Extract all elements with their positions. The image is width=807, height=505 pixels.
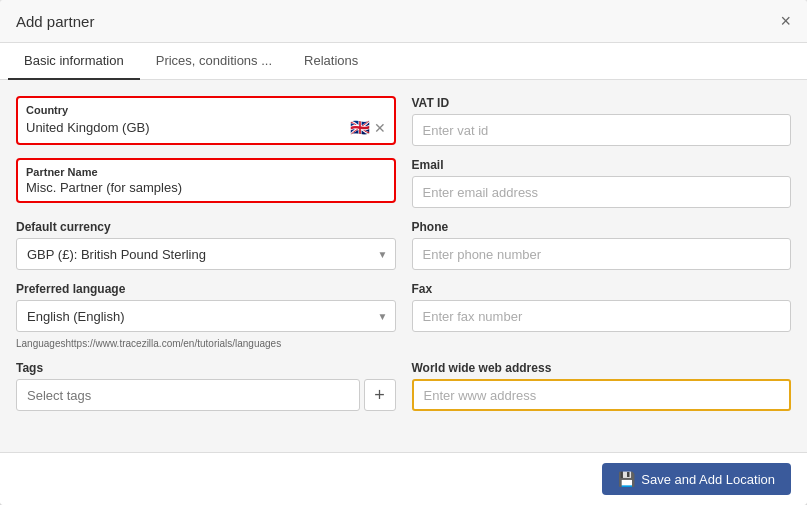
close-button[interactable]: × [780, 12, 791, 30]
currency-select-wrap: GBP (£): British Pound Sterling USD ($):… [16, 238, 396, 270]
www-field-group: World wide web address [412, 361, 792, 411]
country-value[interactable]: United Kingdom (GB) [26, 120, 346, 135]
uk-flag-icon: 🇬🇧 [350, 118, 370, 137]
tab-relations[interactable]: Relations [288, 43, 374, 80]
tags-input[interactable] [16, 379, 360, 411]
modal-title: Add partner [16, 13, 94, 30]
country-clear-icon[interactable]: ✕ [374, 120, 386, 136]
save-and-add-location-button[interactable]: 💾 Save and Add Location [602, 463, 791, 495]
country-input-wrap: United Kingdom (GB) 🇬🇧 ✕ [26, 118, 386, 137]
email-field-group: Email [412, 158, 792, 208]
add-partner-modal: Add partner × Basic information Prices, … [0, 0, 807, 505]
country-field-group: Country United Kingdom (GB) 🇬🇧 ✕ [16, 96, 396, 146]
partner-name-label: Partner Name [26, 166, 386, 178]
tab-basic-information[interactable]: Basic information [8, 43, 140, 80]
tab-prices-conditions[interactable]: Prices, conditions ... [140, 43, 288, 80]
vat-id-field-group: VAT ID [412, 96, 792, 146]
country-bordered-wrapper: Country United Kingdom (GB) 🇬🇧 ✕ [16, 96, 396, 145]
phone-label: Phone [412, 220, 792, 234]
www-input[interactable] [412, 379, 792, 411]
modal-header: Add partner × [0, 0, 807, 43]
tags-row: + [16, 379, 396, 411]
language-select-wrap: English (English) French (Français) Germ… [16, 300, 396, 332]
tags-label: Tags [16, 361, 396, 375]
language-label: Preferred language [16, 282, 396, 296]
email-label: Email [412, 158, 792, 172]
tabs-bar: Basic information Prices, conditions ...… [0, 43, 807, 80]
vat-id-label: VAT ID [412, 96, 792, 110]
vat-id-input[interactable] [412, 114, 792, 146]
language-help-text: Languageshttps://www.tracezilla.com/en/t… [16, 338, 396, 349]
save-icon: 💾 [618, 471, 635, 487]
country-label: Country [26, 104, 386, 116]
currency-select[interactable]: GBP (£): British Pound Sterling USD ($):… [16, 238, 396, 270]
tags-field-group: Tags + [16, 361, 396, 411]
email-input[interactable] [412, 176, 792, 208]
phone-field-group: Phone [412, 220, 792, 270]
www-label: World wide web address [412, 361, 792, 375]
modal-body: Country United Kingdom (GB) 🇬🇧 ✕ VAT ID … [0, 80, 807, 452]
phone-input[interactable] [412, 238, 792, 270]
partner-name-input[interactable] [26, 180, 386, 195]
fax-input[interactable] [412, 300, 792, 332]
partner-name-field-group: Partner Name [16, 158, 396, 208]
currency-field-group: Default currency GBP (£): British Pound … [16, 220, 396, 270]
partner-name-bordered-wrapper: Partner Name [16, 158, 396, 203]
fax-field-group: Fax [412, 282, 792, 349]
language-field-group: Preferred language English (English) Fre… [16, 282, 396, 349]
fax-label: Fax [412, 282, 792, 296]
tags-add-button[interactable]: + [364, 379, 396, 411]
form-grid: Country United Kingdom (GB) 🇬🇧 ✕ VAT ID … [16, 96, 791, 411]
language-select[interactable]: English (English) French (Français) Germ… [16, 300, 396, 332]
save-button-label: Save and Add Location [641, 472, 775, 487]
currency-label: Default currency [16, 220, 396, 234]
modal-footer: 💾 Save and Add Location [0, 452, 807, 505]
